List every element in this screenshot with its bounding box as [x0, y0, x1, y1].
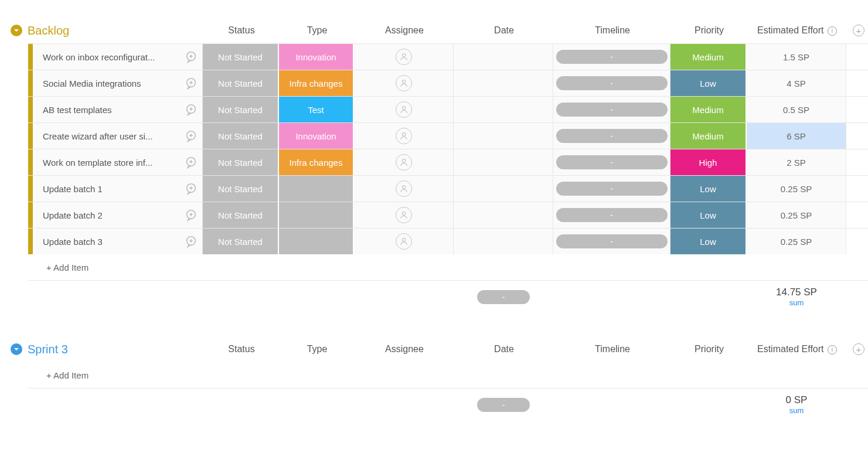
timeline-cell[interactable]: -	[553, 44, 670, 70]
effort-cell[interactable]: 0.25 SP	[747, 176, 846, 202]
add-comment-icon[interactable]	[183, 77, 199, 90]
effort-cell[interactable]: 6 SP	[747, 123, 846, 149]
info-icon[interactable]: i	[828, 345, 837, 354]
date-cell[interactable]	[454, 97, 553, 122]
status-cell[interactable]: Not Started	[203, 70, 279, 96]
column-header-status[interactable]: Status	[203, 25, 280, 36]
add-comment-icon[interactable]	[183, 209, 199, 221]
timeline-cell[interactable]: -	[553, 202, 670, 228]
add-comment-icon[interactable]	[183, 235, 199, 248]
type-cell[interactable]: Test	[279, 97, 354, 122]
status-cell[interactable]: Not Started	[203, 202, 279, 228]
priority-cell[interactable]: Medium	[670, 97, 747, 122]
row-title-cell[interactable]: Update batch 1	[35, 176, 203, 202]
priority-cell[interactable]: High	[670, 149, 747, 175]
add-item-row[interactable]: + Add Item	[28, 254, 868, 281]
row-title-cell[interactable]: Update batch 3	[35, 229, 203, 254]
collapse-toggle[interactable]	[11, 343, 22, 355]
column-header-timeline[interactable]: Timeline	[554, 25, 671, 36]
status-cell[interactable]: Not Started	[203, 97, 279, 122]
column-header-priority[interactable]: Priority	[671, 25, 747, 36]
row-handle[interactable]	[28, 44, 33, 70]
add-comment-icon[interactable]	[183, 103, 199, 116]
column-header-assignee[interactable]: Assignee	[355, 25, 454, 36]
add-column-button[interactable]: +	[847, 25, 868, 36]
priority-cell[interactable]: Low	[670, 176, 747, 202]
effort-cell[interactable]: 1.5 SP	[747, 44, 846, 70]
effort-sum[interactable]: 14.75 SPsum	[747, 287, 846, 307]
type-cell[interactable]	[279, 202, 354, 228]
assignee-cell[interactable]	[354, 97, 454, 122]
status-cell[interactable]: Not Started	[203, 149, 279, 175]
status-cell[interactable]: Not Started	[203, 44, 279, 70]
row-handle[interactable]	[28, 176, 33, 202]
date-cell[interactable]	[454, 149, 553, 175]
type-cell[interactable]: Infra changes	[279, 70, 354, 96]
row-title-cell[interactable]: Social Media integrations	[35, 70, 203, 96]
effort-cell[interactable]: 0.5 SP	[747, 97, 846, 122]
row-handle[interactable]	[28, 202, 33, 228]
add-comment-icon[interactable]	[183, 50, 199, 63]
row-handle[interactable]	[28, 70, 33, 96]
assignee-cell[interactable]	[354, 44, 454, 70]
type-cell[interactable]: Infra changes	[279, 149, 354, 175]
priority-cell[interactable]: Low	[670, 229, 747, 254]
column-header-date[interactable]: Date	[454, 344, 554, 354]
timeline-cell[interactable]: -	[553, 70, 670, 96]
priority-cell[interactable]: Medium	[670, 44, 747, 70]
timeline-cell[interactable]: -	[553, 97, 670, 122]
date-cell[interactable]	[454, 202, 553, 228]
priority-cell[interactable]: Low	[670, 202, 747, 228]
row-title-cell[interactable]: Update batch 2	[35, 202, 203, 228]
table-row[interactable]: AB test templatesNot StartedTest-Medium0…	[28, 96, 868, 122]
column-header-status[interactable]: Status	[203, 344, 280, 354]
row-handle[interactable]	[28, 123, 33, 149]
add-item-row[interactable]: + Add Item	[28, 362, 868, 388]
summary-date[interactable]: -	[454, 287, 553, 307]
table-row[interactable]: Work on inbox reconfigurat...Not Started…	[28, 43, 868, 70]
table-row[interactable]: Create wizard after user si...Not Starte…	[28, 122, 868, 149]
row-handle[interactable]	[28, 97, 33, 122]
column-header-priority[interactable]: Priority	[671, 344, 747, 354]
table-row[interactable]: Work on template store inf...Not Started…	[28, 149, 868, 175]
date-cell[interactable]	[454, 123, 553, 149]
column-header-timeline[interactable]: Timeline	[554, 344, 671, 354]
add-comment-icon[interactable]	[183, 156, 199, 169]
column-header-type[interactable]: Type	[280, 344, 355, 354]
column-header-type[interactable]: Type	[280, 25, 355, 36]
type-cell[interactable]	[279, 229, 354, 254]
type-cell[interactable]: Innovation	[279, 44, 354, 70]
priority-cell[interactable]: Medium	[670, 123, 747, 149]
group-title[interactable]: Sprint 3	[28, 343, 203, 356]
date-cell[interactable]	[454, 44, 553, 70]
table-row[interactable]: Update batch 2Not Started-Low0.25 SP	[28, 202, 868, 228]
info-icon[interactable]: i	[828, 26, 837, 36]
table-row[interactable]: Social Media integrationsNot StartedInfr…	[28, 70, 868, 96]
column-header-assignee[interactable]: Assignee	[355, 344, 454, 354]
effort-cell[interactable]: 0.25 SP	[747, 229, 846, 254]
row-title-cell[interactable]: Create wizard after user si...	[35, 123, 203, 149]
assignee-cell[interactable]	[354, 149, 454, 175]
column-header-effort[interactable]: Estimated Effort i	[747, 344, 847, 354]
collapse-toggle[interactable]	[11, 25, 22, 36]
timeline-cell[interactable]: -	[553, 229, 670, 254]
date-cell[interactable]	[454, 70, 553, 96]
timeline-cell[interactable]: -	[553, 123, 670, 149]
summary-date[interactable]: -	[454, 394, 553, 415]
type-cell[interactable]: Innovation	[279, 123, 354, 149]
effort-cell[interactable]: 4 SP	[747, 70, 846, 96]
row-title-cell[interactable]: Work on inbox reconfigurat...	[35, 44, 203, 70]
type-cell[interactable]	[279, 176, 354, 202]
timeline-cell[interactable]: -	[553, 149, 670, 175]
assignee-cell[interactable]	[354, 202, 454, 228]
assignee-cell[interactable]	[354, 229, 454, 254]
row-title-cell[interactable]: AB test templates	[35, 97, 203, 122]
column-header-date[interactable]: Date	[454, 25, 554, 36]
table-row[interactable]: Update batch 3Not Started-Low0.25 SP	[28, 228, 868, 254]
timeline-cell[interactable]: -	[553, 176, 670, 202]
add-comment-icon[interactable]	[183, 129, 199, 142]
date-cell[interactable]	[454, 176, 553, 202]
date-cell[interactable]	[454, 229, 553, 254]
assignee-cell[interactable]	[354, 123, 454, 149]
row-handle[interactable]	[28, 229, 33, 254]
